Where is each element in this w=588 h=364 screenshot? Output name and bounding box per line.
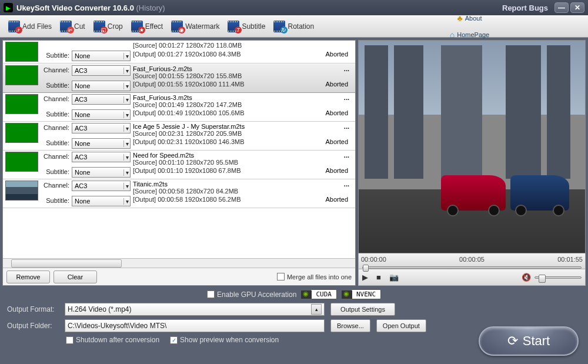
h-scrollbar[interactable] [3,258,355,268]
channel-label: Channel: [43,65,69,79]
file-menu-button[interactable]: ... [320,181,349,195]
volume-slider[interactable] [534,276,582,279]
file-title: Fast_Furious-3.m2ts [133,94,318,101]
subtitle-label: Subtitle: [43,81,69,91]
rotation-button[interactable]: ↻Rotation [270,19,318,34]
source-info: [Source] 00:01:49 1280x720 147.2MB [133,101,318,108]
output-info: [Output] 00:02:31 1920x1080 146.3MB [133,138,318,149]
report-bugs-link[interactable]: Report Bugs [502,4,548,12]
minimize-button[interactable]: — [554,2,569,13]
subtitle-button[interactable]: TSubtitle [224,19,269,34]
file-title: Need for Speed.m2ts [133,152,318,159]
chevron-down-icon: ▾ [123,169,129,176]
channel-select[interactable]: AC3▾ [72,65,131,76]
preview-pane[interactable] [358,40,586,253]
nvidia-icon [301,290,312,299]
subtitle-select[interactable]: None▾ [72,167,131,178]
cuda-badge: CUDA [310,289,337,299]
subtitle-select[interactable]: None▾ [72,51,131,61]
file-row[interactable]: Channel: AC3▾Ice Age 5 Jessie J - My Sup… [3,122,355,151]
time-start: 00:00:00 [361,256,386,263]
file-title: Ice Age 5 Jessie J - My Superstar.m2ts [133,123,318,130]
output-info: [Output] 00:01:49 1920x1080 105.6MB [133,109,318,120]
chevron-down-icon: ▾ [123,183,129,189]
file-thumbnail [5,42,38,62]
clear-button[interactable]: Clear [54,271,97,283]
file-row[interactable]: Channel: AC3▾Titanic.m2ts[Source] 00:00:… [3,179,355,208]
channel-select[interactable]: AC3▾ [72,181,131,191]
refresh-icon: ⟳ [507,333,518,349]
subtitle-select[interactable]: None▾ [72,196,131,206]
channel-select[interactable]: AC3▾ [72,152,131,162]
file-status: Aborted [320,196,349,206]
history-link[interactable]: (History) [136,4,165,12]
chevron-down-icon: ▾ [123,96,129,103]
toolbar: +Add Files ✂Cut ◱Crop ★Effect ◉Watermark… [0,15,588,38]
merge-checkbox[interactable]: Merge all files into one [277,273,352,280]
chevron-down-icon: ▾ [123,141,129,147]
output-folder-label: Output Folder: [7,322,59,330]
subtitle-select[interactable]: None▾ [72,109,131,120]
output-info: [Output] 00:01:10 1920x1080 67.8MB [133,167,318,178]
channel-select[interactable]: AC3▾ [72,123,131,133]
remove-button[interactable]: Remove [6,271,50,283]
shutdown-checkbox[interactable]: Shutdown after conversion [66,336,159,344]
output-format-dropdown[interactable]: H.264 Video (*.mp4)▴ [65,303,325,316]
file-row[interactable]: Channel: AC3▾Fast_Furious-3.m2ts[Source]… [3,93,355,122]
app-title: UkeySoft Video Converter 10.6.0 [16,4,134,12]
source-info: [Source] 00:00:58 1280x720 84.2MB [133,188,318,195]
file-menu-button[interactable]: ... [320,152,349,166]
crop-button[interactable]: ◱Crop [90,19,126,34]
file-status: Aborted [320,81,349,91]
file-status: Aborted [320,51,349,62]
stop-button[interactable]: ■ [376,273,381,282]
about-link[interactable]: ♣About [457,14,482,23]
subtitle-label: Subtitle: [43,196,69,206]
open-output-button[interactable]: Open Output [376,319,426,332]
file-row[interactable]: Channel: AC3▾Fast_Furious-2.m2ts[Source]… [3,64,355,93]
file-list-panel: [Source] 00:01:27 1280x720 118.0MBSubtit… [2,40,356,286]
effect-button[interactable]: ★Effect [128,19,166,34]
file-title: Fast_Furious-2.m2ts [133,65,318,72]
cut-button[interactable]: ✂Cut [56,19,89,34]
chevron-down-icon: ▾ [123,154,129,161]
file-menu-button[interactable]: ... [320,65,349,79]
output-folder-field[interactable]: C:\Videos-Ukeysoft\Video MTS\ [65,319,325,332]
home-icon: ⌂ [450,30,455,39]
close-button[interactable]: ✕ [570,2,584,13]
chevron-down-icon: ▾ [123,112,129,118]
subtitle-label: Subtitle: [43,138,69,149]
subtitle-select[interactable]: None▾ [72,138,131,149]
output-info: [Output] 00:01:27 1920x1080 84.3MB [133,51,318,62]
browse-button[interactable]: Browse... [330,319,370,332]
output-settings-button[interactable]: Output Settings [330,303,395,316]
channel-label: Channel: [43,152,69,166]
gpu-checkbox[interactable]: Enable GPU Acceleration [207,290,296,299]
channel-label: Channel: [43,123,69,137]
file-thumbnail [5,152,38,172]
start-button[interactable]: ⟳ Start [479,326,579,356]
homepage-link[interactable]: ⌂HomePage [450,30,490,39]
file-menu-button[interactable]: ... [320,123,349,137]
add-files-button[interactable]: +Add Files [5,19,55,34]
play-button[interactable]: ▶ [362,273,368,282]
preview-checkbox[interactable]: ✓Show preview when conversion [170,336,279,344]
snapshot-button[interactable]: 📷 [389,273,399,282]
source-info: [Source] 00:02:31 1280x720 205.9MB [133,130,318,137]
watermark-button[interactable]: ◉Watermark [168,19,223,34]
nvidia-icon [342,290,352,299]
chevron-down-icon: ▾ [123,53,129,59]
channel-select[interactable]: AC3▾ [72,94,131,105]
file-menu-button[interactable]: ... [320,94,349,108]
subtitle-select[interactable]: None▾ [72,81,131,91]
file-status: Aborted [320,167,349,178]
file-status: Aborted [320,109,349,120]
mute-button[interactable]: 🔇 [522,273,531,282]
file-row[interactable]: Channel: AC3▾Need for Speed.m2ts[Source]… [3,151,355,179]
seek-slider[interactable] [359,264,585,269]
file-row[interactable]: [Source] 00:01:27 1280x720 118.0MBSubtit… [3,41,355,64]
chevron-down-icon: ▾ [123,198,129,205]
file-menu-button[interactable] [320,42,349,49]
chevron-down-icon: ▾ [123,83,129,89]
chevron-down-icon: ▾ [123,125,129,132]
